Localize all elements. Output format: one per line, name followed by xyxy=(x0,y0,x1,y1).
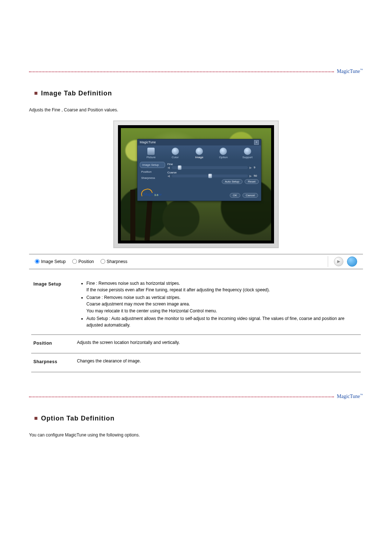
def-image-setup: Image Setup Fine : Removes noise such as… xyxy=(31,280,361,335)
def-sharpness: Sharpness Changes the clearance of image… xyxy=(31,353,361,372)
gear-icon xyxy=(220,148,227,155)
window-titlebar: MagicTune × xyxy=(138,139,261,145)
radio-position[interactable]: Position xyxy=(72,259,94,264)
arrow-right-icon[interactable]: ▶ xyxy=(249,166,252,169)
side-position[interactable]: Position xyxy=(140,169,165,174)
tab-support[interactable]: Support xyxy=(238,148,257,159)
radio-sharpness[interactable]: Sharpness xyxy=(101,259,127,264)
def-label: Position xyxy=(31,339,77,348)
def-position: Position Adjusts the screen location hor… xyxy=(31,335,361,354)
radio-row: Image Setup Position Sharpness ▶ xyxy=(29,254,363,269)
monitor-icon xyxy=(147,148,155,155)
separator-row: MagicTune xyxy=(29,69,363,75)
radio-input[interactable] xyxy=(72,259,77,264)
monitor-bezel: SAMSUNG everyone's invited MagicTune × P… xyxy=(113,120,279,248)
coarse-label: Coarse xyxy=(167,171,259,174)
bullet-icon xyxy=(34,92,37,95)
radio-image-setup[interactable]: Image Setup xyxy=(35,259,66,264)
tab-image[interactable]: Image xyxy=(189,148,209,159)
fine-slider[interactable]: ◀ ▶ 9 xyxy=(167,166,259,169)
info-button[interactable] xyxy=(347,257,357,267)
radio-input[interactable] xyxy=(101,259,105,264)
tab-color[interactable]: Color xyxy=(166,148,185,159)
separator-row: MagicTune xyxy=(29,394,363,400)
tab-picture[interactable]: Picture xyxy=(141,148,161,159)
play-button[interactable]: ▶ xyxy=(334,257,343,266)
tab-strip: Picture Color Image Option xyxy=(138,145,261,160)
magictune-logo: MagicTune 3.6 xyxy=(140,189,162,198)
ok-button[interactable]: OK xyxy=(230,193,241,198)
def-label: Image Setup xyxy=(31,280,77,329)
close-button[interactable]: × xyxy=(254,140,259,145)
fine-value: 9 xyxy=(254,166,259,169)
reset-button[interactable]: Reset xyxy=(245,179,259,184)
window-title: MagicTune xyxy=(140,140,156,144)
slider-thumb[interactable] xyxy=(208,174,212,178)
side-image-setup[interactable]: Image Setup xyxy=(140,162,165,168)
radio-input[interactable] xyxy=(35,259,40,264)
magictune-logo-small: MagicTune xyxy=(337,393,363,399)
dotted-rule xyxy=(29,71,334,72)
tab-option[interactable]: Option xyxy=(213,148,233,159)
image-tab-intro: Adjusts the Fine , Coarse and Position v… xyxy=(29,107,363,112)
slider-track[interactable] xyxy=(172,175,248,177)
monitor-screen: SAMSUNG everyone's invited MagicTune × P… xyxy=(118,125,274,243)
slider-track[interactable] xyxy=(172,166,248,169)
auto-setup-button[interactable]: Auto Setup xyxy=(222,179,243,184)
magictune-logo-small: MagicTune xyxy=(337,68,363,74)
slider-thumb[interactable] xyxy=(178,165,181,170)
image-tab-heading: Image Tab Definition xyxy=(34,90,363,97)
coarse-value: 50 xyxy=(254,174,259,177)
bullet-icon xyxy=(34,417,37,420)
magictune-window: MagicTune × Picture Color xyxy=(137,139,261,201)
definitions-table: Image Setup Fine : Removes noise such as… xyxy=(31,280,361,372)
arrow-right-icon[interactable]: ▶ xyxy=(249,174,252,178)
option-tab-intro: You can configure MagicTune using the fo… xyxy=(29,432,363,438)
option-tab-heading: Option Tab Definition xyxy=(34,415,363,422)
option-tab-heading-text: Option Tab Definition xyxy=(41,415,115,422)
side-menu: Image Setup Position Sharpness xyxy=(140,162,165,184)
arrow-left-icon[interactable]: ◀ xyxy=(167,174,170,178)
cancel-button[interactable]: Cancel xyxy=(242,193,258,198)
palette-icon xyxy=(172,148,179,155)
def-label: Sharpness xyxy=(31,358,77,367)
image-tab-heading-text: Image Tab Definition xyxy=(41,90,112,97)
coarse-slider[interactable]: ◀ ▶ 50 xyxy=(167,174,259,178)
side-sharpness[interactable]: Sharpness xyxy=(140,176,165,180)
desktop-wallpaper: SAMSUNG everyone's invited MagicTune × P… xyxy=(121,128,271,241)
arrow-left-icon[interactable]: ◀ xyxy=(167,166,170,169)
dotted-rule xyxy=(29,397,334,397)
settings-panel: Fine ◀ ▶ 9 Coarse ◀ xyxy=(167,162,259,184)
support-icon xyxy=(244,148,251,155)
globe-icon xyxy=(196,148,203,155)
